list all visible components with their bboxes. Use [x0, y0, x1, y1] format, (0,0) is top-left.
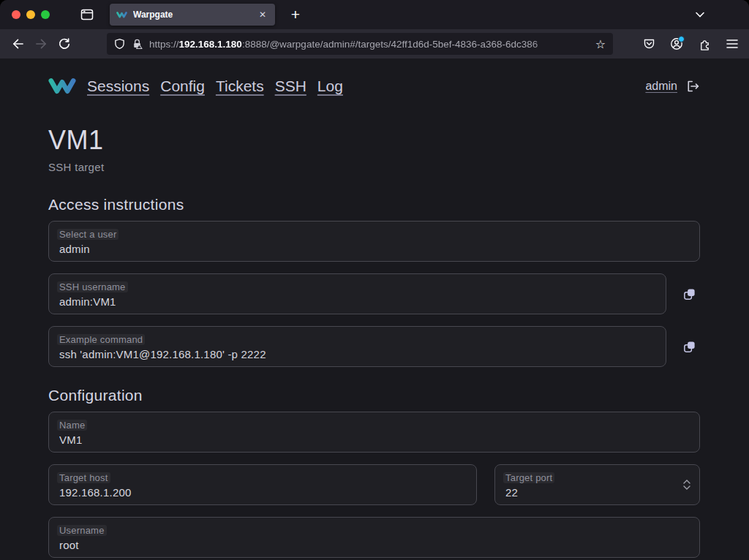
url-bar[interactable]: https://192.168.1.180:8888/@warpgate/adm… [107, 33, 613, 55]
toolbar-right-icons [638, 34, 743, 54]
username-field[interactable]: Username [48, 517, 700, 558]
port-stepper[interactable] [683, 480, 690, 490]
target-port-label: Target port [503, 472, 554, 483]
username-label: Username [57, 525, 107, 536]
url-host: 192.168.1.180 [179, 39, 242, 50]
example-command-input[interactable] [59, 346, 655, 360]
tab-bar: Warpgate ✕ + [0, 0, 749, 29]
target-host-field[interactable]: Target host [48, 464, 477, 505]
tab-close-icon[interactable]: ✕ [257, 8, 268, 21]
stepper-up-icon[interactable] [683, 480, 690, 484]
tab-title: Warpgate [133, 10, 251, 20]
logout-icon[interactable] [685, 80, 700, 93]
back-button-icon[interactable] [6, 34, 29, 54]
nav-links: Sessions Config Tickets SSH Log [87, 77, 343, 95]
browser-tab-warpgate[interactable]: Warpgate ✕ [110, 4, 275, 26]
nav-link-ssh[interactable]: SSH [275, 77, 306, 95]
browser-window: Warpgate ✕ + [0, 0, 749, 560]
access-instructions-heading: Access instructions [48, 196, 700, 213]
browser-toolbar: https://192.168.1.180:8888/@warpgate/adm… [0, 29, 749, 58]
target-port-input[interactable] [505, 484, 689, 499]
current-user-link[interactable]: admin [645, 80, 677, 93]
url-path: :8888/@warpgate/admin#/targets/42ff1d6d-… [242, 39, 538, 50]
stepper-down-icon[interactable] [683, 485, 690, 490]
name-label: Name [57, 420, 87, 431]
new-tab-button[interactable]: + [285, 4, 306, 25]
nav-link-log[interactable]: Log [317, 77, 343, 95]
warpgate-admin-page: Sessions Config Tickets SSH Log admin VM… [0, 58, 749, 560]
ssh-username-field[interactable]: SSH username [48, 273, 666, 314]
nav-user-area: admin [645, 80, 700, 93]
zoom-window-button[interactable] [41, 10, 50, 19]
forward-button-icon[interactable] [29, 34, 53, 54]
select-user-input[interactable] [59, 241, 689, 255]
close-window-button[interactable] [12, 10, 20, 19]
target-port-field[interactable]: Target port [494, 464, 700, 505]
list-all-tabs-chevron-icon[interactable] [689, 4, 711, 26]
menu-hamburger-icon[interactable] [721, 34, 743, 54]
username-input[interactable] [59, 537, 689, 551]
example-command-label: Example command [57, 334, 145, 345]
url-text[interactable]: https://192.168.1.180:8888/@warpgate/adm… [149, 39, 589, 50]
nav-link-sessions[interactable]: Sessions [87, 77, 149, 95]
page-title: VM1 [48, 125, 700, 156]
traffic-lights [12, 10, 50, 19]
select-user-label: Select a user [57, 229, 118, 240]
ssh-username-label: SSH username [57, 281, 128, 292]
tab-favicon-warpgate-icon [116, 11, 127, 19]
select-user-field[interactable]: Select a user [48, 221, 700, 262]
configuration-heading: Configuration [48, 387, 700, 404]
target-host-label: Target host [57, 472, 110, 483]
extensions-puzzle-icon[interactable] [693, 34, 715, 54]
url-scheme: https:// [149, 39, 179, 50]
copy-ssh-username-button[interactable] [678, 283, 700, 305]
tracking-protection-shield-icon[interactable] [114, 38, 125, 50]
account-icon[interactable] [666, 34, 688, 54]
nav-link-config[interactable]: Config [160, 77, 205, 95]
target-host-input[interactable] [59, 484, 466, 499]
copy-example-command-button[interactable] [678, 336, 700, 357]
minimize-window-button[interactable] [26, 10, 35, 19]
example-command-field[interactable]: Example command [48, 326, 666, 367]
name-field[interactable]: Name [48, 412, 700, 453]
pocket-save-icon[interactable] [638, 34, 660, 54]
warpgate-logo-icon[interactable] [48, 77, 76, 96]
page-subtitle: SSH target [48, 161, 700, 173]
firefox-view-icon[interactable] [76, 4, 98, 26]
nav-link-tickets[interactable]: Tickets [216, 77, 264, 95]
connection-lock-warning-icon[interactable] [132, 38, 143, 50]
bookmark-star-icon[interactable]: ☆ [595, 37, 606, 51]
account-notification-badge [678, 36, 685, 42]
name-input[interactable] [59, 431, 689, 446]
site-navbar: Sessions Config Tickets SSH Log admin [48, 73, 700, 99]
ssh-username-input[interactable] [59, 293, 655, 308]
reload-button-icon[interactable] [53, 34, 76, 54]
